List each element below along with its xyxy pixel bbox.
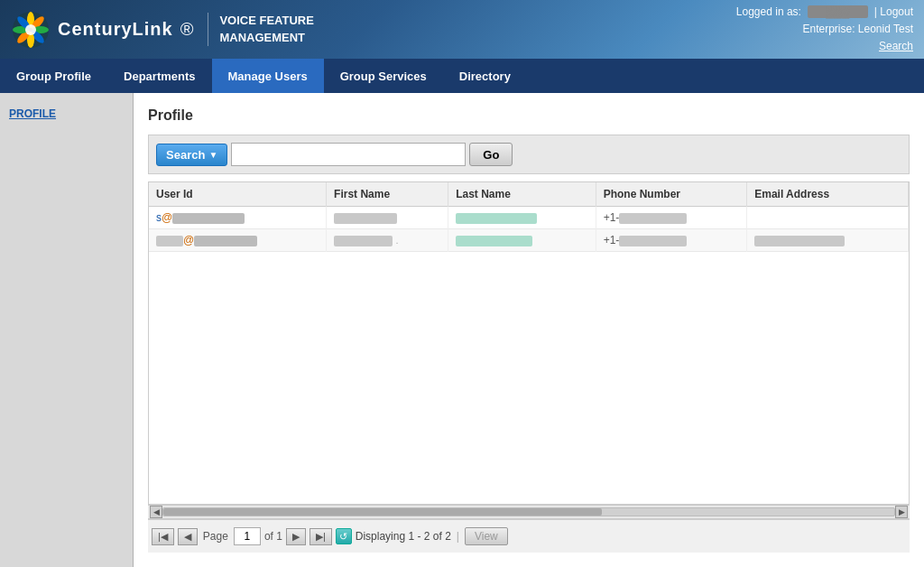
user-id-blurred-2	[194, 236, 257, 246]
header-left: CenturyLink ® VOICE FEATURE MANAGEMENT	[11, 10, 314, 50]
centurylink-logo-icon	[11, 10, 51, 50]
displaying-count: Displaying 1 - 2 of 2	[356, 530, 451, 543]
search-button[interactable]: Search ▼	[156, 144, 227, 166]
user-id-at-2: @	[183, 234, 194, 246]
cell-first-name-2: .	[327, 229, 448, 252]
logo-text: CenturyLink	[58, 19, 173, 40]
view-button[interactable]: View	[465, 527, 508, 545]
main-layout: PROFILE Profile Search ▼ Go User Id Firs…	[0, 93, 924, 567]
nav-item-group-services[interactable]: Group Services	[324, 59, 443, 93]
search-bar: Search ▼ Go	[148, 135, 910, 174]
svg-point-9	[25, 24, 36, 35]
user-id-at-1: @	[162, 211, 172, 224]
logged-in-label: Logged in as:	[736, 5, 801, 18]
col-header-last-name: Last Name	[448, 182, 596, 207]
enterprise-label: Enterprise: Leonid Test	[736, 21, 913, 38]
cell-user-id-1[interactable]: s@	[149, 207, 327, 229]
search-button-label: Search	[166, 148, 205, 162]
cell-phone-2: +1-	[596, 229, 747, 252]
table-row: s@ +1-	[149, 207, 909, 229]
col-header-email: Email Address	[747, 182, 909, 207]
next-page-button[interactable]: ▶	[286, 528, 306, 545]
table-area: User Id First Name Last Name Phone Numbe…	[148, 181, 910, 505]
go-button[interactable]: Go	[469, 143, 513, 166]
cell-first-name-1	[327, 207, 448, 229]
scroll-right-button[interactable]: ▶	[895, 506, 908, 518]
page-number-input[interactable]: 1	[234, 527, 261, 545]
cell-email-1	[747, 207, 909, 229]
nav-item-manage-users[interactable]: Manage Users	[212, 59, 324, 93]
last-page-button[interactable]: ▶|	[310, 528, 332, 545]
search-header-link[interactable]: Search	[879, 40, 913, 52]
table-header-row: User Id First Name Last Name Phone Numbe…	[149, 182, 909, 207]
cell-user-id-2[interactable]: @	[149, 229, 327, 252]
col-header-phone: Phone Number	[596, 182, 747, 207]
prev-page-button[interactable]: ◀	[178, 528, 198, 545]
cell-last-name-2	[448, 229, 596, 252]
cell-email-2	[747, 229, 909, 252]
app-title: VOICE FEATURE MANAGEMENT	[208, 13, 314, 45]
cell-phone-1: +1-	[596, 207, 747, 229]
nav-item-directory[interactable]: Directory	[443, 59, 527, 93]
header-right: Logged in as: ▓▓▓ | Logout Enterprise: L…	[736, 4, 913, 56]
user-id-link-2[interactable]: @	[156, 234, 257, 246]
header: CenturyLink ® VOICE FEATURE MANAGEMENT L…	[0, 0, 924, 59]
logout-link[interactable]: | Logout	[874, 5, 913, 18]
pagination-bar: |◀ ◀ Page 1 of 1 ▶ ▶| ↺ Displaying 1 - 2…	[148, 519, 910, 553]
page-label: Page	[203, 530, 228, 543]
nav-bar: Group Profile Departments Manage Users G…	[0, 59, 924, 93]
logged-in-user: ▓▓▓	[808, 5, 867, 18]
scrollbar-thumb[interactable]	[163, 508, 602, 516]
horizontal-scrollbar[interactable]: ◀ ▶	[148, 505, 910, 519]
scrollbar-track[interactable]	[162, 507, 895, 516]
nav-item-group-profile[interactable]: Group Profile	[0, 59, 107, 93]
first-page-button[interactable]: |◀	[152, 528, 174, 545]
col-header-first-name: First Name	[327, 182, 448, 207]
user-id-blurred-pre-2	[156, 236, 183, 246]
refresh-button[interactable]: ↺	[336, 528, 352, 544]
cell-last-name-1	[448, 207, 596, 229]
page-of-label: of 1	[264, 530, 282, 543]
user-id-blurred-1	[172, 213, 245, 224]
sidebar-item-profile[interactable]: PROFILE	[7, 104, 125, 124]
search-dropdown-arrow-icon: ▼	[208, 150, 217, 160]
logo-area: CenturyLink ®	[11, 10, 193, 50]
user-id-link-1[interactable]: s@	[156, 211, 245, 224]
col-header-user-id: User Id	[149, 182, 327, 207]
page-title: Profile	[148, 107, 910, 124]
nav-item-departments[interactable]: Departments	[107, 59, 211, 93]
search-input[interactable]	[231, 143, 466, 166]
sidebar: PROFILE	[0, 93, 134, 567]
table-row: @ . +1-	[149, 229, 909, 252]
scroll-left-button[interactable]: ◀	[150, 506, 162, 518]
content-area: Profile Search ▼ Go User Id First Name L…	[134, 93, 924, 567]
users-table: User Id First Name Last Name Phone Numbe…	[149, 182, 909, 252]
